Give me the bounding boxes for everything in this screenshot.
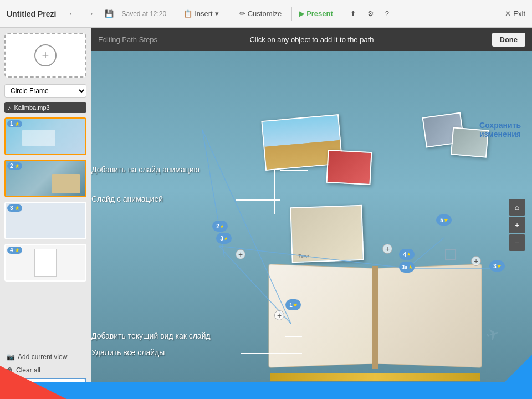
camera-icon: 📷 (7, 353, 15, 361)
path-hint: Click on any object to add it to the pat… (249, 35, 374, 44)
book-illustration (270, 266, 480, 377)
path-node-1[interactable]: 1 ★ (285, 299, 301, 310)
toolbar-separator-3 (291, 7, 292, 21)
slide-2-book (52, 174, 80, 193)
frame-type-select[interactable]: Circle Frame (4, 84, 86, 98)
path-edit-bar: Editing Path Steps Click on any object t… (91, 28, 532, 51)
undo-button[interactable]: ← (65, 7, 79, 20)
book-spine (372, 266, 378, 369)
path-node-3a[interactable]: 3 ★ (216, 233, 232, 244)
settings-button[interactable]: ⚙ (364, 7, 377, 20)
saved-label: Saved at 12:20 (121, 10, 166, 18)
slide-1-content-block (22, 130, 55, 146)
app-title: Untitled Prezi (7, 9, 56, 18)
save-changes-label: Сохранить изменения (479, 112, 521, 139)
help-button[interactable]: ? (382, 7, 392, 20)
zoom-in-button[interactable]: + (509, 217, 525, 233)
slide-badge-1: 1 ★ (7, 120, 22, 127)
star-icon-3: ★ (15, 206, 19, 211)
path-node-3b[interactable]: 3a ★ (399, 262, 415, 273)
slide-item-4[interactable]: 4 ★ (4, 244, 86, 282)
path-node-3c[interactable]: 3 ★ (489, 260, 505, 272)
done-button[interactable]: Done (492, 33, 526, 47)
editing-path-label: Editing Path Steps (98, 35, 157, 44)
sidebar: + Circle Frame ♪ Kalimba.mp3 1 ★ 2 (0, 28, 91, 399)
add-node-btn-3[interactable]: + (382, 244, 392, 254)
target-circle (445, 249, 456, 260)
plane-silhouette: ✈ (484, 324, 501, 345)
add-node-btn-4[interactable]: + (471, 256, 481, 266)
photo-red (326, 150, 372, 185)
annotation-add-animation: Добавить на слайд анимацию (91, 165, 200, 175)
toolbar-separator-4 (340, 7, 340, 21)
star-icon-2: ★ (15, 163, 19, 169)
add-current-view-button[interactable]: 📷 Add current view (4, 351, 86, 362)
annotation-add-view: Добавить текущий вид как слайд (91, 331, 211, 341)
plus-circle-icon: + (34, 44, 57, 66)
canvas-area[interactable]: Editing Path Steps Click on any object t… (91, 28, 532, 399)
navigation-controls: ⌂ + − (509, 199, 525, 251)
clear-all-button[interactable]: 🗑 Clear all (4, 365, 86, 376)
book-band (270, 373, 480, 381)
path-node-4[interactable]: 4 ★ (399, 249, 415, 260)
play-icon: ▶ (299, 9, 304, 18)
present-button[interactable]: ▶ Present (299, 9, 333, 18)
slide-badge-3: 3 ★ (7, 204, 22, 212)
insert-chevron: ▾ (215, 9, 219, 18)
bottom-stripe (0, 382, 532, 399)
star-icon-1: ★ (15, 121, 19, 127)
zoom-out-button[interactable]: − (509, 234, 525, 251)
photo-book-stack: Текст (290, 205, 364, 263)
path-node-2[interactable]: 2 ★ (212, 221, 228, 232)
book-right-page (378, 264, 482, 368)
music-icon: ♪ (8, 104, 11, 111)
pencil-icon: ✏ (239, 9, 245, 18)
add-node-btn-2[interactable]: + (274, 310, 284, 320)
home-nav-button[interactable]: ⌂ (509, 199, 525, 216)
slide-item-2[interactable]: 2 ★ (4, 160, 86, 197)
add-frame-button[interactable]: + (4, 33, 86, 78)
slide-item-3[interactable]: 3 ★ (4, 202, 86, 239)
close-icon: ✕ (505, 9, 511, 18)
annotation-slide-animation: Слайд с анимацией (91, 194, 163, 204)
toolbar-separator-2 (229, 7, 229, 21)
save-button[interactable]: 💾 (101, 7, 117, 20)
toolbar: Untitled Prezi ← → 💾 Saved at 12:20 📋 In… (0, 0, 532, 28)
insert-icon: 📋 (183, 9, 192, 18)
insert-button[interactable]: 📋 Insert ▾ (180, 7, 222, 20)
star-icon-4: ★ (15, 248, 19, 253)
book-text: Текст (298, 253, 309, 259)
redo-button[interactable]: → (83, 7, 97, 20)
toolbar-separator-1 (173, 7, 173, 21)
main-area: + Circle Frame ♪ Kalimba.mp3 1 ★ 2 (0, 28, 532, 399)
share-button[interactable]: ⬆ (347, 7, 360, 20)
customize-button[interactable]: ✏ Customize (236, 7, 285, 20)
slide-badge-2: 2 ★ (7, 162, 22, 170)
slide-4-doc (34, 249, 57, 277)
slide-item-1[interactable]: 1 ★ (4, 117, 86, 155)
path-node-5[interactable]: 5 ★ (436, 214, 452, 226)
exit-button[interactable]: ✕ Exit (505, 9, 525, 18)
audio-bar: ♪ Kalimba.mp3 (4, 102, 86, 113)
slide-badge-4: 4 ★ (7, 247, 22, 254)
add-node-btn-1[interactable]: + (236, 249, 245, 259)
canvas-background: Текст ✈ (91, 51, 532, 399)
annotation-clear-all: Удалить все слайды (91, 347, 165, 357)
